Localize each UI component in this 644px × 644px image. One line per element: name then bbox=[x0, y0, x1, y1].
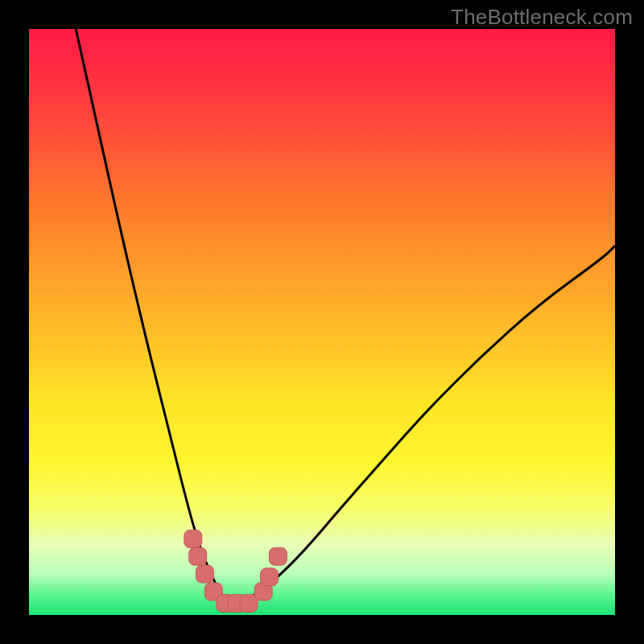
left-curve bbox=[76, 29, 251, 603]
plot-area bbox=[29, 29, 615, 615]
watermark-text: TheBottleneck.com bbox=[451, 5, 633, 30]
highlighted-points bbox=[184, 530, 287, 612]
marker-point bbox=[184, 530, 202, 547]
marker-point bbox=[269, 547, 287, 565]
chart-curves bbox=[29, 29, 615, 615]
marker-point bbox=[196, 565, 213, 583]
marker-point bbox=[261, 568, 279, 586]
chart-frame: TheBottleneck.com bbox=[0, 0, 644, 644]
marker-point bbox=[189, 547, 207, 565]
